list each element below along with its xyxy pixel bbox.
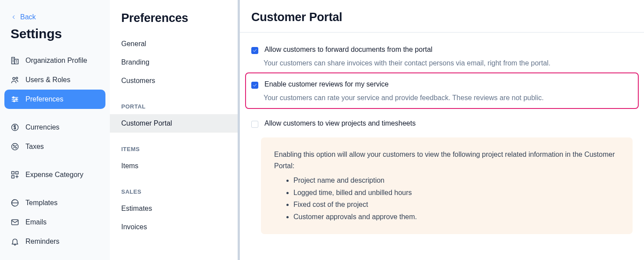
template-icon <box>11 199 19 207</box>
pref-item-customers[interactable]: Customers <box>110 72 238 90</box>
main-header: Customer Portal <box>240 0 644 32</box>
bell-icon <box>11 237 19 246</box>
main-panel: Customer Portal Allow customers to forwa… <box>240 0 644 260</box>
svg-point-19 <box>14 145 14 146</box>
pref-item-general[interactable]: General <box>110 35 238 53</box>
sidebar-item-label: Reminders <box>25 238 59 246</box>
info-intro: Enabling this option will allow your cus… <box>274 149 619 171</box>
option-label: Allow customers to view projects and tim… <box>264 119 416 127</box>
mail-icon <box>11 218 19 227</box>
sidebar-item-expense-category[interactable]: Expense Category <box>4 165 105 184</box>
option-label: Allow customers to forward documents fro… <box>264 46 432 54</box>
pref-item-invoices[interactable]: Invoices <box>110 218 238 236</box>
sidebar-item-label: Taxes <box>25 143 44 151</box>
back-link[interactable]: Back <box>4 11 105 24</box>
pref-item-estimates[interactable]: Estimates <box>110 199 238 218</box>
page-title: Customer Portal <box>251 11 633 24</box>
pref-item-customer-portal[interactable]: Customer Portal <box>110 114 238 133</box>
back-label: Back <box>20 13 36 21</box>
building-icon <box>11 56 19 65</box>
pref-heading-items: ITEMS <box>110 133 238 157</box>
svg-rect-1 <box>14 59 18 64</box>
currency-icon <box>11 123 19 132</box>
pref-item-items[interactable]: Items <box>110 157 238 175</box>
sidebar-item-label: Preferences <box>25 95 63 103</box>
svg-point-7 <box>13 77 15 79</box>
sidebar-item-label: Emails <box>25 218 47 226</box>
info-bullets: Project name and description Logged time… <box>274 175 619 222</box>
pref-item-branding[interactable]: Branding <box>110 53 238 72</box>
option-label: Enable customer reviews for my service <box>264 80 389 88</box>
svg-point-8 <box>16 77 18 79</box>
info-bullet: Project name and description <box>293 175 619 186</box>
sidebar-item-emails[interactable]: Emails <box>4 213 105 232</box>
projects-info-panel: Enabling this option will allow your cus… <box>261 137 633 234</box>
sidebar-item-preferences[interactable]: Preferences <box>4 90 105 109</box>
settings-title: Settings <box>4 26 105 51</box>
pref-heading-sales: SALES <box>110 175 238 199</box>
info-bullet: Logged time, billed and unbilled hours <box>293 187 619 199</box>
percent-icon <box>11 142 19 151</box>
check-icon <box>252 48 257 53</box>
category-icon <box>11 170 19 179</box>
sidebar-item-label: Expense Category <box>25 171 83 179</box>
svg-rect-0 <box>12 58 15 64</box>
svg-rect-23 <box>12 176 14 178</box>
sidebar-item-organization-profile[interactable]: Organization Profile <box>4 51 105 70</box>
svg-line-18 <box>14 145 17 148</box>
sidebar-item-taxes[interactable]: Taxes <box>4 137 105 156</box>
sidebar-item-reminders[interactable]: Reminders <box>4 232 105 251</box>
settings-sidebar: Back Settings Organization Profile Users… <box>0 0 110 260</box>
checkbox-customer-reviews[interactable] <box>251 82 258 89</box>
sidebar-item-label: Organization Profile <box>25 57 87 65</box>
checkbox-forward-documents[interactable] <box>251 47 258 54</box>
svg-rect-21 <box>12 172 14 174</box>
preferences-sidebar: Preferences General Branding Customers P… <box>110 0 240 260</box>
sidebar-item-label: Users & Roles <box>25 76 70 84</box>
info-bullet: Fixed cost of the project <box>293 199 619 210</box>
sliders-icon <box>11 95 19 104</box>
option-forward-documents: Allow customers to forward documents fro… <box>251 43 633 77</box>
preferences-title: Preferences <box>110 0 238 35</box>
checkbox-view-projects[interactable] <box>251 121 258 128</box>
sidebar-item-label: Currencies <box>25 123 59 131</box>
option-description: Your customers can rate your service and… <box>251 94 633 102</box>
option-view-projects: Allow customers to view projects and tim… <box>251 117 633 137</box>
sidebar-item-label: Templates <box>25 199 58 207</box>
info-bullet: Customer approvals and approve them. <box>293 211 619 223</box>
users-icon <box>11 76 19 84</box>
pref-heading-portal: PORTAL <box>110 90 238 114</box>
svg-point-20 <box>16 148 17 148</box>
svg-rect-22 <box>16 172 18 174</box>
sidebar-item-currencies[interactable]: Currencies <box>4 118 105 137</box>
sidebar-item-templates[interactable]: Templates <box>4 193 105 213</box>
option-description: Your customers can share invoices with t… <box>251 59 633 67</box>
highlight-customer-reviews: Enable customer reviews for my service Y… <box>245 72 639 109</box>
chevron-left-icon <box>11 14 17 20</box>
sidebar-item-users-roles[interactable]: Users & Roles <box>4 70 105 90</box>
option-customer-reviews: Enable customer reviews for my service Y… <box>251 78 633 102</box>
check-icon <box>252 83 257 88</box>
